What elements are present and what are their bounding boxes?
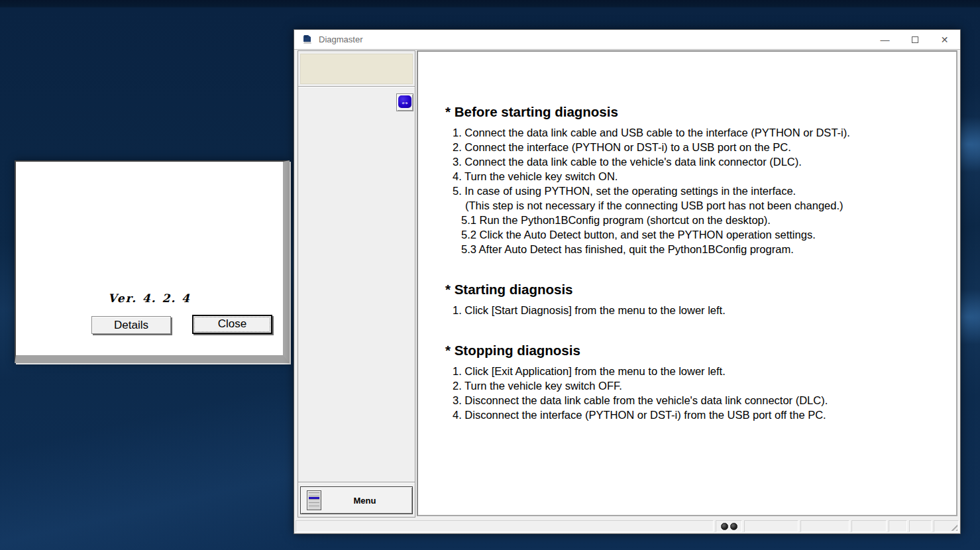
instruction-line: 1. Click [Exit Application] from the men… (445, 364, 943, 378)
instruction-line: 1. Connect the data link cable and USB c… (445, 125, 943, 140)
status-segment (889, 520, 907, 532)
menu-button-label: Menu (321, 496, 412, 506)
section-heading: * Before starting diagnosis (445, 103, 943, 121)
instruction-line: 3. Connect the data link cable to the ve… (445, 154, 943, 169)
instruction-line: 1. Click [Start Diagnosis] from the menu… (445, 303, 943, 317)
version-label: Ver. 4. 2. 4 (16, 292, 283, 305)
instruction-line: 5.1 Run the Python1BConfig program (shor… (445, 213, 943, 227)
instruction-line: 3. Disconnect the data link cable from t… (445, 393, 943, 408)
collapse-panel-button[interactable]: ↔ (396, 93, 413, 111)
status-segment (800, 520, 849, 532)
section-heading: * Starting diagnosis (445, 281, 943, 298)
menu-list-icon (307, 490, 321, 510)
menu-divider (298, 482, 415, 482)
collapse-row: ↔ (298, 87, 415, 111)
section-before-starting: * Before starting diagnosis 1. Connect t… (445, 103, 943, 256)
details-button[interactable]: Details (91, 316, 171, 334)
instruction-line: 2. Connect the interface (PYTHON or DST-… (445, 140, 943, 154)
status-segment (909, 520, 932, 532)
resize-grip-icon[interactable] (949, 522, 957, 531)
status-segment (934, 520, 959, 532)
instruction-line: (This step is not necessary if the conne… (445, 198, 943, 213)
maximize-button[interactable] (900, 30, 930, 49)
instruction-line: 5.2 Click the Auto Detect button, and se… (445, 227, 943, 242)
instruction-line: 4. Turn the vehicle key switch ON. (445, 169, 943, 184)
sidebar-logo-panel (300, 54, 413, 84)
window-title: Diagmaster (319, 34, 870, 44)
section-heading: * Stopping diagnosis (445, 342, 943, 359)
minimize-button[interactable]: — (870, 30, 900, 49)
diagmaster-window: Diagmaster — ✕ ↔ Menu (294, 29, 961, 534)
status-segment (851, 520, 887, 532)
maximize-icon (912, 36, 918, 43)
status-segment (744, 520, 798, 532)
status-led-icon (721, 523, 728, 530)
instruction-line: 5. In case of using PYTHON, set the oper… (445, 184, 943, 198)
close-icon: ✕ (941, 34, 949, 45)
instruction-line: 2. Turn the vehicle key switch OFF. (445, 378, 943, 393)
instruction-text: * Before starting diagnosis 1. Connect t… (418, 52, 956, 422)
section-starting: * Starting diagnosis 1. Click [Start Dia… (445, 281, 943, 317)
status-bar (296, 520, 959, 532)
close-window-button[interactable]: ✕ (930, 30, 959, 49)
about-dialog: Ver. 4. 2. 4 Details Close (15, 160, 290, 363)
status-indicator-dots (716, 520, 742, 532)
status-led-icon (730, 523, 737, 530)
section-stopping: * Stopping diagnosis 1. Click [Exit Appl… (445, 342, 943, 422)
left-right-arrow-icon: ↔ (398, 95, 411, 108)
window-body: ↔ Menu * Before starting diagnosis 1. Co… (294, 50, 960, 520)
instruction-line: 5.3 After Auto Detect has finished, quit… (445, 242, 943, 256)
titlebar[interactable]: Diagmaster — ✕ (294, 30, 960, 50)
minimize-icon: — (881, 34, 890, 45)
menu-button[interactable]: Menu (300, 486, 413, 514)
close-button[interactable]: Close (192, 315, 272, 334)
sidebar-spacer (298, 111, 415, 482)
sidebar: ↔ Menu (298, 50, 415, 518)
instruction-pane[interactable]: * Before starting diagnosis 1. Connect t… (417, 50, 957, 516)
close-button-label: Close (195, 317, 270, 331)
diagmaster-app-icon (301, 34, 313, 45)
status-segment (296, 520, 714, 532)
instruction-line: 4. Disconnect the interface (PYTHON or D… (445, 408, 943, 422)
